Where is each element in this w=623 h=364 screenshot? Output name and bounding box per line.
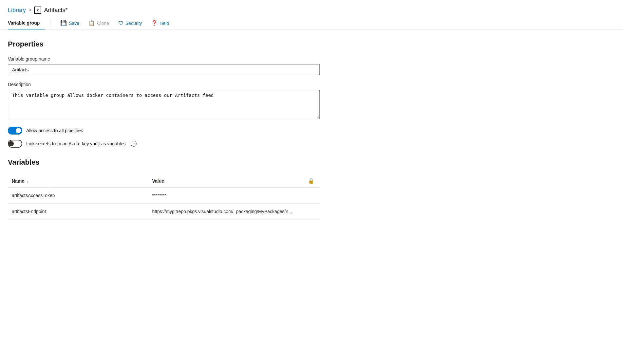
- variables-table-header: Name ↑ Value 🔒: [8, 174, 320, 188]
- variables-section: Variables Name ↑ Value 🔒 artifactsAccess…: [8, 158, 320, 220]
- keyvault-info-icon[interactable]: i: [131, 141, 137, 147]
- description-field: Description This variable group allows d…: [8, 82, 320, 120]
- name-sort-icon[interactable]: ↑: [27, 179, 29, 183]
- tab-variable-group-label: Variable group: [8, 20, 40, 26]
- variable-group-name-label: Variable group name: [8, 56, 320, 62]
- save-label: Save: [69, 21, 79, 26]
- breadcrumb-icon: x: [34, 7, 41, 14]
- help-button[interactable]: ❓ Help: [146, 17, 174, 29]
- clone-icon: 📋: [88, 20, 95, 26]
- keyvault-toggle-row: Link secrets from an Azure key vault as …: [8, 140, 320, 148]
- allow-pipelines-toggle-thumb: [16, 128, 21, 133]
- clone-button[interactable]: 📋 Clone: [84, 17, 114, 29]
- col-header-value: Value: [148, 174, 304, 188]
- variables-title: Variables: [8, 158, 320, 167]
- lock-header-icon: 🔒: [308, 178, 314, 184]
- tab-variable-group[interactable]: Variable group: [8, 17, 45, 29]
- toolbar-divider: [50, 20, 50, 27]
- breadcrumb-title: Artifacts*: [44, 7, 67, 14]
- variable-value-cell: https://mygitrepo.pkgs.visualstudio.com/…: [148, 204, 304, 220]
- breadcrumb-separator: >: [28, 7, 31, 13]
- keyvault-toggle-thumb: [9, 141, 14, 146]
- properties-title: Properties: [8, 40, 320, 48]
- toolbar: Variable group 💾 Save 📋 Clone 🛡 Security…: [0, 17, 623, 29]
- save-icon: 💾: [60, 20, 67, 26]
- table-row: artifactsAccessToken ********: [8, 188, 320, 204]
- description-input[interactable]: This variable group allows docker contai…: [8, 90, 320, 119]
- breadcrumb-library-link[interactable]: Library: [8, 7, 26, 14]
- keyvault-label: Link secrets from an Azure key vault as …: [26, 141, 125, 146]
- variable-group-name-field: Variable group name: [8, 56, 320, 75]
- security-button[interactable]: 🛡 Security: [114, 17, 147, 29]
- save-button[interactable]: 💾 Save: [56, 17, 84, 29]
- allow-pipelines-toggle[interactable]: [8, 127, 22, 135]
- table-row: artifactsEndpoint https://mygitrepo.pkgs…: [8, 204, 320, 220]
- main-content: Properties Variable group name Descripti…: [0, 29, 328, 230]
- col-header-lock: 🔒: [304, 174, 320, 188]
- variable-value-cell: ********: [148, 188, 304, 204]
- security-label: Security: [125, 21, 142, 26]
- help-icon: ❓: [151, 20, 158, 26]
- allow-pipelines-toggle-row: Allow access to all pipelines: [8, 127, 320, 135]
- col-header-name: Name ↑: [8, 174, 148, 188]
- variable-name-cell: artifactsEndpoint: [8, 204, 148, 220]
- variable-name-cell: artifactsAccessToken: [8, 188, 148, 204]
- keyvault-toggle[interactable]: [8, 140, 22, 148]
- help-label: Help: [160, 21, 169, 26]
- variable-lock-cell: [304, 188, 320, 204]
- variables-table: Name ↑ Value 🔒 artifactsAccessToken ****…: [8, 174, 320, 220]
- variable-lock-cell: [304, 204, 320, 220]
- breadcrumb: Library > x Artifacts*: [0, 0, 623, 17]
- security-icon: 🛡: [118, 20, 123, 26]
- variable-group-name-input[interactable]: [8, 64, 320, 75]
- clone-label: Clone: [97, 21, 109, 26]
- description-label: Description: [8, 82, 320, 87]
- allow-pipelines-label: Allow access to all pipelines: [26, 128, 83, 133]
